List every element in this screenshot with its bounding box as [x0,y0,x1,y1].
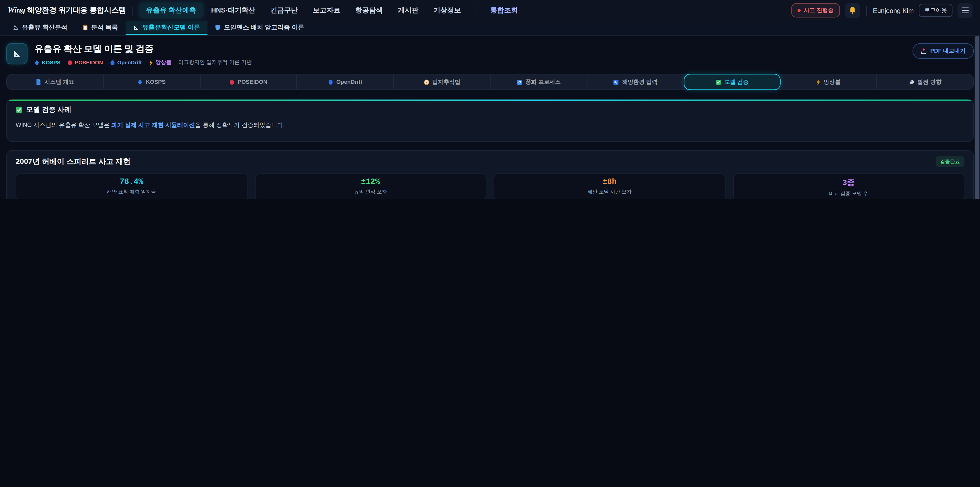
tab-label: 오일펜스 배치 알고리즘 이론 [224,23,304,32]
pdf-export-button[interactable]: PDF 내보내기 [913,43,974,59]
stat-value: ±12% [258,177,483,186]
section-nav-kosps[interactable]: KOSPS [103,74,200,89]
legend-ensemble: 앙상블 [148,59,171,66]
page-header: 유출유 확산 모델 이론 및 검증 KOSPS POSEIDON OpenDri… [6,43,974,66]
stat-label: 해안 표착 예측 일치율 [19,188,244,195]
divider [476,5,476,15]
section-nav: 시스템 개요 KOSPS POSEIDON OpenDrift 입자추적법 풍화… [6,74,974,90]
menu-toggle-button[interactable] [958,3,973,18]
model-legend: KOSPS POSEIDON OpenDrift 앙상블 라그랑지안 입자추 [35,59,252,66]
case-2007-stats: 78.4% 해안 표착 예측 일치율 ±12% 유막 면적 오차 ±8h 해안 … [16,173,964,199]
legend-poseidon: POSEIDON [67,59,103,65]
red-circle-icon [229,79,234,85]
menu-item-hns[interactable]: HNS·대기확산 [204,3,262,18]
section-nav-ocean-input[interactable]: 해양환경 입력 [587,74,684,89]
blue-circle-icon [110,60,115,65]
diamond-icon [35,60,40,65]
page-title-block: 유출유 확산 모델 이론 및 검증 KOSPS POSEIDON OpenDri… [35,43,252,66]
intro-card-header: 모델 검증 사례 [16,105,964,114]
lightning-icon [148,60,153,65]
app-title: 해양환경 위기대응 통합시스템 [27,5,126,16]
legend-kosps: KOSPS [35,59,60,65]
menu-item-weather[interactable]: 기상정보 [427,3,468,18]
case-2007-card: 2007년 허베이 스피리트 사고 재현 검증완료 78.4% 해안 표착 예측… [6,150,974,199]
cycle-icon [517,79,522,85]
topnav-right: 사고 진행중 Eunjeong Kim 로그아웃 [791,3,973,18]
shield-icon [215,24,221,30]
logout-button[interactable]: 로그아웃 [919,4,953,17]
tab-analysis-list[interactable]: 분석 목록 [75,21,125,35]
section-nav-poseidon[interactable]: POSEIDON [200,74,297,89]
set-square-icon [12,49,22,59]
microscope-icon [13,24,19,30]
verified-badge: 검증완료 [935,156,964,167]
red-circle-icon [67,60,73,65]
tab-label: 유출유확산모델 이론 [142,23,200,32]
notifications-button[interactable] [845,3,860,18]
divider [866,5,866,15]
scrollbar-thumb[interactable] [975,36,979,199]
section-nav-model-validation[interactable]: 모델 검증 [683,74,781,90]
vertical-scrollbar[interactable] [974,36,980,199]
section-nav-weathering[interactable]: 풍화 프로세스 [490,74,587,89]
main-menu: 유출유 확산예측 HNS·대기확산 긴급구난 보고자료 항공탐색 게시판 기상정… [139,3,525,18]
section-nav-overview[interactable]: 시스템 개요 [7,74,103,89]
validation-intro-card: 모델 검증 사례 WING 시스템의 유출유 확산 모델은 과거 실제 사고 재… [6,99,974,142]
page-content: 유출유 확산 모델 이론 및 검증 KOSPS POSEIDON OpenDri… [0,43,980,199]
sub-tab-bar: 유출유 확산분석 분석 목록 유출유확산모델 이론 오일펜스 배치 알고리즘 이… [0,21,980,35]
stat-value: ±8h [497,177,722,186]
stat-slick-area-error: ±12% 유막 면적 오차 [255,173,486,199]
stat-label: 유막 면적 오차 [258,188,483,195]
tab-label: 분석 목록 [91,23,118,32]
incident-status-badge[interactable]: 사고 진행중 [791,3,840,18]
intro-heading: 모델 검증 사례 [26,105,72,114]
section-nav-ensemble[interactable]: 앙상블 [780,74,877,89]
lightning-icon [816,79,821,85]
compass-icon [423,79,429,85]
blue-circle-icon [328,79,333,85]
case-2007-title: 2007년 허베이 스피리트 사고 재현 [16,156,130,167]
case-2007-header: 2007년 허베이 스피리트 사고 재현 검증완료 [16,156,964,167]
section-nav-opendrift[interactable]: OpenDrift [297,74,394,89]
stat-value: 3종 [736,177,961,188]
menu-item-rescue[interactable]: 긴급구난 [263,3,305,18]
stat-label: 해안 도달 시간 오차 [497,188,722,195]
wave-icon [613,79,619,85]
page-icon-tile [6,43,27,64]
incident-status-label: 사고 진행중 [804,6,834,14]
menu-item-reports[interactable]: 보고자료 [306,3,347,18]
section-nav-future[interactable]: 발전 방향 [877,74,973,89]
page-title: 유출유 확산 모델 이론 및 검증 [35,43,252,55]
user-name: Eunjeong Kim [873,6,914,14]
hamburger-icon [962,7,969,13]
document-icon [36,79,41,85]
top-navigation: Wing 해양환경 위기대응 통합시스템 유출유 확산예측 HNS·대기확산 긴… [0,0,980,21]
diamond-icon [138,79,143,85]
app-logo[interactable]: Wing 해양환경 위기대응 통합시스템 [7,5,126,16]
menu-item-aerial[interactable]: 항공탐색 [348,3,390,18]
check-icon [16,106,22,113]
divider [132,5,133,15]
clipboard-icon [83,24,88,30]
menu-item-integrated-search[interactable]: 통합조회 [484,3,525,18]
bell-icon [849,6,856,14]
stat-arrival-time-error: ±8h 해안 도달 시간 오차 [494,173,725,199]
legend-opendrift: OpenDrift [110,59,142,65]
tab-label: 유출유 확산분석 [22,23,67,32]
tab-spill-analysis[interactable]: 유출유 확산분석 [5,21,75,35]
check-icon [716,79,721,85]
section-nav-particle-tracking[interactable]: 입자추적법 [394,74,490,89]
set-square-icon [133,24,139,30]
intro-highlight[interactable]: 과거 실제 사고 재현 시뮬레이션 [111,121,195,128]
tab-model-theory[interactable]: 유출유확산모델 이론 [125,21,208,35]
rocket-icon [908,79,914,85]
menu-item-oil-spill[interactable]: 유출유 확산예측 [139,3,203,18]
stat-label: 비교 검증 모델 수 [736,190,961,197]
page-subtitle: 라그랑지안 입자추적 이론 기반 [178,59,252,66]
stat-coastal-match: 78.4% 해안 표착 예측 일치율 [16,173,247,199]
export-icon [921,48,927,54]
tab-oil-fence-theory[interactable]: 오일펜스 배치 알고리즘 이론 [208,21,312,35]
stat-value: 78.4% [19,177,244,186]
app-window: Wing 해양환경 위기대응 통합시스템 유출유 확산예측 HNS·대기확산 긴… [0,0,980,199]
menu-item-board[interactable]: 게시판 [391,3,425,18]
